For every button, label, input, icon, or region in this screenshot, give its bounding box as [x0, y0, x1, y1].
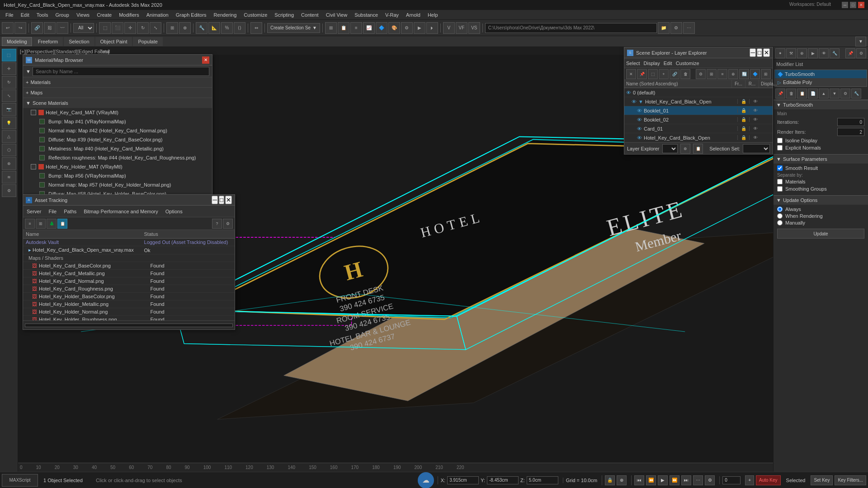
vray-settings-btn[interactable]: VS: [468, 22, 480, 34]
move-btn[interactable]: ✛: [124, 22, 136, 34]
lock-btn[interactable]: 🔒: [605, 475, 615, 485]
ts-isoline-checkbox[interactable]: [777, 138, 783, 143]
tab-populate[interactable]: Populate: [133, 37, 162, 46]
helper-tool-btn[interactable]: ⊕: [2, 157, 16, 170]
explorer-select-all-btn[interactable]: ⬚: [648, 69, 658, 79]
use-pivot-btn[interactable]: ⊕: [179, 22, 191, 34]
menu-file[interactable]: File: [2, 11, 17, 19]
asset-list-btn[interactable]: ≡: [25, 219, 35, 229]
col-r[interactable]: R...: [745, 80, 759, 88]
maxscript-btn[interactable]: MAXScript: [2, 474, 38, 487]
menu-graph-editors[interactable]: Graph Editors: [172, 11, 210, 19]
z-input[interactable]: [527, 476, 558, 484]
mat-child-2-2[interactable]: Normal map: Map #57 (Hotel_Key_Holder_No…: [23, 180, 212, 189]
explorer-link-btn[interactable]: 🔗: [670, 69, 679, 79]
material-panel-close-btn[interactable]: ✕: [202, 56, 209, 64]
ts-surface-params-header[interactable]: ▼ Surface Parameters: [774, 154, 868, 164]
display-panel-btn[interactable]: 👁: [819, 48, 829, 58]
align-btn[interactable]: ⊞: [325, 22, 337, 34]
maps-header[interactable]: + Maps: [23, 88, 212, 98]
reference-coord-btn[interactable]: ⊞: [166, 22, 178, 34]
asset-row-holder-roughness[interactable]: 🖼Hotel_Key_Holder_Roughness.png Found: [23, 316, 235, 321]
asset-panel-close-btn[interactable]: ✕: [225, 196, 232, 204]
path-settings-btn[interactable]: ⚙: [670, 22, 682, 34]
render-setup-btn[interactable]: ⚙: [401, 22, 413, 34]
maximize-btn[interactable]: □: [850, 2, 856, 8]
menu-modifiers[interactable]: Modifiers: [115, 11, 143, 19]
go-end-btn[interactable]: ⏭: [681, 475, 691, 485]
select-tool-btn[interactable]: ⬚: [2, 49, 16, 61]
move-tool-btn[interactable]: ✛: [2, 62, 16, 75]
menu-create[interactable]: Create: [93, 11, 115, 19]
spacewarp-tool-btn[interactable]: ≋: [2, 171, 16, 183]
asset-menu-paths[interactable]: Paths: [62, 208, 78, 215]
schematic-view-btn[interactable]: 🔷: [376, 22, 387, 34]
shape-tool-btn[interactable]: △: [2, 130, 16, 143]
asset-row-holder-base[interactable]: 🖼Hotel_Key_Holder_BaseColor.png Found: [23, 293, 235, 300]
utilities-panel-btn[interactable]: 🔧: [830, 48, 840, 58]
menu-content[interactable]: Content: [297, 11, 322, 19]
ts-iterations-input[interactable]: [837, 118, 864, 126]
explorer-menu-customize[interactable]: Customize: [676, 61, 699, 66]
geo-tool-btn[interactable]: ⬡: [2, 144, 16, 156]
undo-btn[interactable]: ↩: [2, 22, 14, 34]
ts-when-rendering-radio[interactable]: [777, 213, 783, 219]
path-browse-btn[interactable]: 📁: [658, 22, 670, 34]
mat-item-1[interactable]: Hotel_Key_Card_MAT (VRayMtl): [23, 108, 212, 117]
asset-row-normal[interactable]: 🖼Hotel_Key_Card_Normal.png Found: [23, 277, 235, 285]
menu-views[interactable]: Views: [73, 11, 93, 19]
explorer-footer-btn1[interactable]: ⊕: [680, 144, 690, 154]
bind-space-warp-btn[interactable]: 〰: [57, 22, 68, 34]
asset-row-vault[interactable]: Autodesk Vault Logged Out (Asset Trackin…: [23, 239, 235, 246]
menu-rendering[interactable]: Rendering: [210, 11, 241, 19]
camera-tool-btn[interactable]: 📷: [2, 103, 16, 116]
next-frame-btn[interactable]: ⏩: [670, 475, 679, 485]
scene-materials-header[interactable]: ▼ Scene Materials: [23, 98, 212, 108]
asset-row-roughness[interactable]: 🖼Hotel_Key_Card_Roughness.png Found: [23, 285, 235, 293]
asset-row-metallic[interactable]: 🖼Hotel_Key_Card_Metallic.png Found: [23, 270, 235, 277]
menu-civil-view[interactable]: Civil View: [322, 11, 351, 19]
mod-extra-btn[interactable]: ⚙: [840, 89, 850, 99]
mod-configure-btn[interactable]: 🔧: [851, 89, 861, 99]
asset-menu-file[interactable]: File: [47, 208, 58, 215]
asset-menu-options[interactable]: Options: [164, 208, 184, 215]
auto-key-btn[interactable]: Auto Key: [756, 475, 781, 485]
asset-menu-bitmap-perf[interactable]: Bitmap Performance and Memory: [82, 208, 160, 215]
menu-customize[interactable]: Customize: [240, 11, 271, 19]
explorer-settings-btn[interactable]: ⚙: [696, 69, 706, 79]
path-input[interactable]: [485, 23, 657, 33]
create-panel-btn[interactable]: ✦: [775, 48, 785, 58]
explorer-footer-btn2[interactable]: 📋: [693, 144, 703, 154]
modifier-editpoly[interactable]: ▷ Editable Poly: [775, 78, 867, 86]
explorer-delete-btn[interactable]: 🗑: [680, 69, 690, 79]
menu-animation[interactable]: Animation: [143, 11, 172, 19]
mat-child-1-3[interactable]: Diffuse: Map #39 (Hotel_Key_Card_BaseCol…: [23, 135, 212, 144]
explorer-extra6-btn[interactable]: ⊞: [761, 69, 771, 79]
render-frame-btn[interactable]: ▶: [414, 22, 425, 34]
toggle-scene-exp-btn[interactable]: 📋: [338, 22, 349, 34]
explorer-add-btn[interactable]: +: [659, 69, 669, 79]
rotate-btn[interactable]: ↻: [137, 22, 149, 34]
explorer-filter-btn[interactable]: ✕: [626, 69, 636, 79]
asset-hscroll[interactable]: [25, 324, 233, 327]
menu-arnold[interactable]: Arnold: [402, 11, 424, 19]
spinner-snap-btn[interactable]: ⟨⟩: [234, 22, 245, 34]
go-start-btn[interactable]: ⏮: [634, 475, 644, 485]
selection-filter-dropdown[interactable]: All: [73, 23, 94, 33]
asset-help-btn[interactable]: ?: [212, 219, 222, 229]
asset-col-name[interactable]: Name: [23, 230, 142, 239]
search-input[interactable]: [33, 67, 209, 76]
mat-child-2-1[interactable]: Bump: Map #56 (VRayNormalMap): [23, 171, 212, 180]
create-selection-set-btn[interactable]: Create Selection Se ▼: [267, 23, 320, 33]
explorer-extra5-btn[interactable]: 🔷: [750, 69, 760, 79]
coord-mode-btn[interactable]: ⊕: [617, 475, 627, 485]
asset-row-holder-normal[interactable]: 🖼Hotel_Key_Holder_Normal.png Found: [23, 308, 235, 316]
ts-materials-checkbox[interactable]: [777, 179, 783, 184]
mod-paste-btn[interactable]: 📄: [808, 89, 818, 99]
materials-header[interactable]: + Materials: [23, 77, 212, 87]
asset-row-maxfile[interactable]: ▸ Hotel_Key_Card_Black_Open_max_vray.max…: [23, 246, 235, 254]
menu-help[interactable]: Help: [424, 11, 442, 19]
ts-update-btn[interactable]: Update: [777, 229, 864, 239]
system-tool-btn[interactable]: ⚙: [2, 184, 16, 197]
key-filters-btn[interactable]: Key Filters...: [835, 475, 866, 485]
